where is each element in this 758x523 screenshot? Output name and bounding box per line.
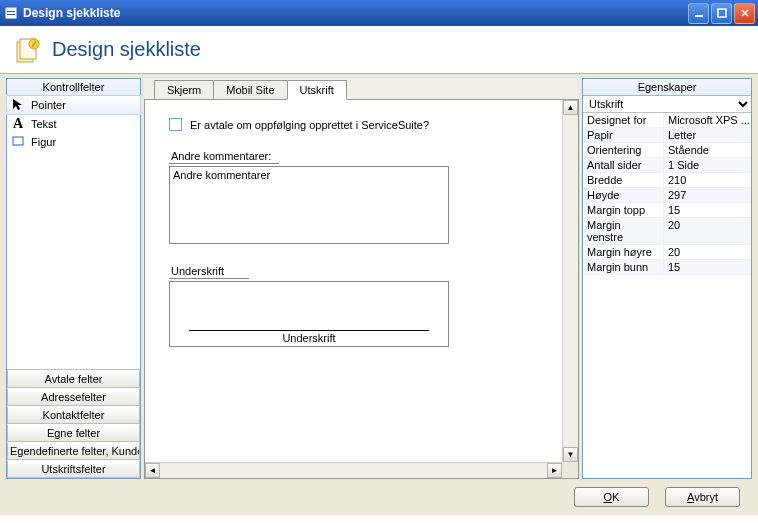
tool-figure[interactable]: Figur — [7, 134, 140, 150]
checkbox-label: Er avtale om oppfølging opprettet i Serv… — [190, 119, 429, 131]
properties-panel: Egenskaper Utskrift Designet forMicrosof… — [582, 78, 752, 479]
prop-row[interactable]: Margin høyre20 — [583, 245, 751, 260]
scroll-down-button[interactable]: ▼ — [563, 447, 578, 462]
scroll-right-button[interactable]: ► — [547, 463, 562, 478]
signature-caption: Underskrift — [282, 332, 335, 344]
maximize-button[interactable] — [711, 3, 732, 24]
tool-text[interactable]: A Tekst — [7, 114, 140, 134]
design-canvas[interactable]: Er avtale om oppfølging opprettet i Serv… — [145, 100, 562, 462]
design-canvas-panel: Skjerm Mobil Site Utskrift Er avtale om … — [144, 78, 579, 479]
signature-box[interactable]: Underskrift — [169, 281, 449, 347]
checklist-icon — [14, 36, 42, 64]
page-header: Design sjekkliste — [0, 26, 758, 74]
svg-rect-0 — [5, 7, 17, 19]
category-egne-felter[interactable]: Egne felter — [7, 424, 140, 442]
close-button[interactable] — [734, 3, 755, 24]
dialog-footer: OK Avbryt — [0, 479, 758, 515]
pointer-icon — [11, 98, 25, 112]
text-icon: A — [11, 116, 25, 132]
signature-group[interactable]: Underskrift Underskrift — [169, 264, 538, 347]
prop-row[interactable]: Margin bunn15 — [583, 260, 751, 275]
minimize-button[interactable] — [688, 3, 709, 24]
tool-list: Pointer A Tekst Figur — [7, 96, 140, 369]
svg-rect-3 — [695, 15, 703, 17]
category-egendefinerte[interactable]: Egendefinerte felter, Kunde — [7, 442, 140, 460]
comments-box[interactable]: Andre kommentarer — [169, 166, 449, 244]
view-tabs: Skjerm Mobil Site Utskrift — [144, 78, 579, 99]
prop-row[interactable]: Høyde297 — [583, 188, 751, 203]
tool-label: Tekst — [31, 118, 57, 130]
page-title: Design sjekkliste — [52, 38, 201, 61]
prop-row[interactable]: Designet forMicrosoft XPS ... — [583, 113, 751, 128]
tab-skjerm[interactable]: Skjerm — [154, 80, 214, 99]
ok-button[interactable]: OK — [574, 487, 649, 507]
scroll-up-button[interactable]: ▲ — [563, 100, 578, 115]
category-adressefelter[interactable]: Adressefelter — [7, 388, 140, 406]
checkbox-row[interactable]: Er avtale om oppfølging opprettet i Serv… — [169, 118, 538, 131]
prop-row[interactable]: Margin venstre20 — [583, 218, 751, 245]
svg-rect-10 — [13, 137, 23, 145]
tool-label: Pointer — [31, 99, 66, 111]
prop-row[interactable]: Bredde210 — [583, 173, 751, 188]
horizontal-scrollbar[interactable]: ◄ ► — [145, 462, 562, 478]
tab-utskrift[interactable]: Utskrift — [287, 80, 347, 100]
category-kontaktfelter[interactable]: Kontaktfelter — [7, 406, 140, 424]
window-titlebar: Design sjekkliste — [0, 0, 758, 26]
window-title: Design sjekkliste — [23, 6, 688, 20]
cancel-button[interactable]: Avbryt — [665, 487, 740, 507]
followup-checkbox[interactable] — [169, 118, 182, 131]
svg-rect-4 — [718, 9, 726, 17]
signature-label: Underskrift — [169, 264, 249, 279]
svg-rect-2 — [7, 14, 15, 15]
category-avtale-felter[interactable]: Avtale felter — [7, 370, 140, 388]
controls-panel: Kontrollfelter Pointer A Tekst Figur Avt… — [6, 78, 141, 479]
app-icon — [3, 5, 19, 21]
prop-row[interactable]: OrienteringStående — [583, 143, 751, 158]
comments-label: Andre kommentarer: — [169, 149, 279, 164]
prop-row[interactable]: PapirLetter — [583, 128, 751, 143]
tool-label: Figur — [31, 136, 56, 148]
figure-icon — [11, 136, 25, 148]
vertical-scrollbar[interactable]: ▲ ▼ — [562, 100, 578, 462]
scroll-corner — [562, 462, 578, 478]
controls-panel-header: Kontrollfelter — [7, 79, 140, 96]
scroll-left-button[interactable]: ◄ — [145, 463, 160, 478]
prop-row[interactable]: Antall sider1 Side — [583, 158, 751, 173]
category-utskriftsfelter[interactable]: Utskriftsfelter — [7, 460, 140, 478]
properties-panel-header: Egenskaper — [583, 79, 751, 96]
prop-row[interactable]: Margin topp15 — [583, 203, 751, 218]
tab-mobil-site[interactable]: Mobil Site — [213, 80, 287, 99]
properties-target-select[interactable]: Utskrift — [583, 96, 751, 112]
tool-pointer[interactable]: Pointer — [6, 95, 141, 115]
svg-rect-1 — [7, 11, 15, 12]
properties-grid: Designet forMicrosoft XPS ... PapirLette… — [583, 113, 751, 478]
comments-group[interactable]: Andre kommentarer: Andre kommentarer — [169, 149, 538, 244]
